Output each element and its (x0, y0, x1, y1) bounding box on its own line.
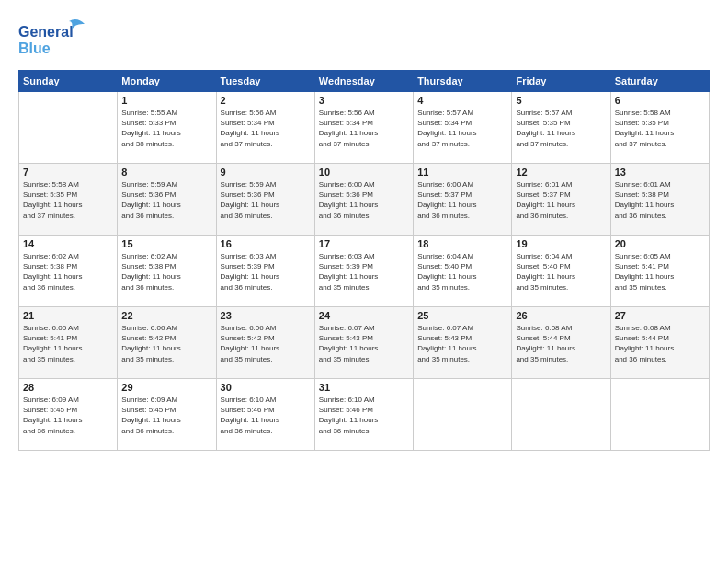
week-row-1: 1Sunrise: 5:55 AM Sunset: 5:33 PM Daylig… (19, 92, 710, 164)
calendar-cell: 19Sunrise: 6:04 AM Sunset: 5:40 PM Dayli… (512, 236, 610, 307)
day-number: 26 (516, 310, 606, 321)
calendar-cell: 1Sunrise: 5:55 AM Sunset: 5:33 PM Daylig… (118, 92, 216, 164)
calendar-cell: 6Sunrise: 5:58 AM Sunset: 5:35 PM Daylig… (610, 92, 709, 164)
day-number: 8 (121, 167, 211, 178)
weekday-header-friday: Friday (512, 71, 610, 92)
calendar-cell: 2Sunrise: 5:56 AM Sunset: 5:34 PM Daylig… (216, 92, 314, 164)
calendar-cell: 20Sunrise: 6:05 AM Sunset: 5:41 PM Dayli… (610, 236, 709, 307)
cell-content: Sunrise: 6:10 AM Sunset: 5:46 PM Dayligh… (319, 395, 409, 436)
calendar-cell: 28Sunrise: 6:09 AM Sunset: 5:45 PM Dayli… (19, 379, 118, 451)
calendar-cell: 13Sunrise: 6:01 AM Sunset: 5:38 PM Dayli… (610, 164, 709, 236)
weekday-header-tuesday: Tuesday (216, 71, 314, 92)
day-number: 20 (615, 238, 705, 249)
day-number: 13 (615, 167, 705, 178)
day-number: 2 (221, 95, 311, 106)
day-number: 14 (23, 238, 113, 249)
day-number: 28 (23, 382, 113, 393)
cell-content: Sunrise: 5:58 AM Sunset: 5:35 PM Dayligh… (615, 108, 705, 149)
day-number: 17 (319, 238, 409, 249)
cell-content: Sunrise: 5:59 AM Sunset: 5:36 PM Dayligh… (221, 179, 311, 221)
calendar-cell: 4Sunrise: 5:57 AM Sunset: 5:34 PM Daylig… (414, 92, 512, 164)
weekday-header-thursday: Thursday (414, 71, 512, 92)
week-row-4: 21Sunrise: 6:05 AM Sunset: 5:41 PM Dayli… (19, 307, 710, 379)
day-number: 12 (516, 167, 606, 178)
cell-content: Sunrise: 6:08 AM Sunset: 5:44 PM Dayligh… (615, 323, 705, 364)
calendar-cell: 15Sunrise: 6:02 AM Sunset: 5:38 PM Dayli… (118, 236, 216, 307)
cell-content: Sunrise: 5:57 AM Sunset: 5:35 PM Dayligh… (516, 108, 606, 149)
cell-content: Sunrise: 6:04 AM Sunset: 5:40 PM Dayligh… (516, 251, 606, 293)
day-number: 3 (319, 95, 409, 106)
cell-content: Sunrise: 6:05 AM Sunset: 5:41 PM Dayligh… (23, 323, 113, 364)
calendar-cell (19, 92, 118, 164)
day-number: 21 (23, 310, 113, 321)
cell-content: Sunrise: 6:01 AM Sunset: 5:38 PM Dayligh… (615, 179, 705, 221)
calendar-cell: 8Sunrise: 5:59 AM Sunset: 5:36 PM Daylig… (118, 164, 216, 236)
header: GeneralBlue (18, 17, 710, 63)
cell-content: Sunrise: 6:02 AM Sunset: 5:38 PM Dayligh… (121, 251, 211, 293)
calendar-cell: 23Sunrise: 6:06 AM Sunset: 5:42 PM Dayli… (216, 307, 314, 379)
cell-content: Sunrise: 5:56 AM Sunset: 5:34 PM Dayligh… (319, 108, 409, 149)
svg-text:Blue: Blue (18, 40, 51, 56)
week-row-5: 28Sunrise: 6:09 AM Sunset: 5:45 PM Dayli… (19, 379, 710, 451)
cell-content: Sunrise: 5:56 AM Sunset: 5:34 PM Dayligh… (221, 108, 311, 149)
calendar-cell: 5Sunrise: 5:57 AM Sunset: 5:35 PM Daylig… (512, 92, 610, 164)
cell-content: Sunrise: 6:01 AM Sunset: 5:37 PM Dayligh… (516, 179, 606, 221)
cell-content: Sunrise: 6:07 AM Sunset: 5:43 PM Dayligh… (319, 323, 409, 364)
calendar-cell: 3Sunrise: 5:56 AM Sunset: 5:34 PM Daylig… (314, 92, 413, 164)
cell-content: Sunrise: 6:08 AM Sunset: 5:44 PM Dayligh… (516, 323, 606, 364)
day-number: 5 (516, 95, 606, 106)
day-number: 25 (417, 310, 507, 321)
calendar-cell: 16Sunrise: 6:03 AM Sunset: 5:39 PM Dayli… (216, 236, 314, 307)
week-row-2: 7Sunrise: 5:58 AM Sunset: 5:35 PM Daylig… (19, 164, 710, 236)
day-number: 24 (319, 310, 409, 321)
day-number: 16 (221, 238, 311, 249)
cell-content: Sunrise: 5:55 AM Sunset: 5:33 PM Dayligh… (121, 108, 211, 149)
weekday-header-row: SundayMondayTuesdayWednesdayThursdayFrid… (19, 71, 710, 92)
day-number: 1 (121, 95, 211, 106)
cell-content: Sunrise: 6:09 AM Sunset: 5:45 PM Dayligh… (121, 395, 211, 436)
day-number: 18 (417, 238, 507, 249)
day-number: 4 (417, 95, 507, 106)
calendar-cell (610, 379, 709, 451)
calendar-cell: 30Sunrise: 6:10 AM Sunset: 5:46 PM Dayli… (216, 379, 314, 451)
weekday-header-sunday: Sunday (19, 71, 118, 92)
day-number: 10 (319, 167, 409, 178)
calendar-cell: 25Sunrise: 6:07 AM Sunset: 5:43 PM Dayli… (414, 307, 512, 379)
cell-content: Sunrise: 5:58 AM Sunset: 5:35 PM Dayligh… (23, 179, 113, 221)
page: GeneralBlue SundayMondayTuesdayWednesday… (0, 0, 728, 563)
calendar-cell: 17Sunrise: 6:03 AM Sunset: 5:39 PM Dayli… (314, 236, 413, 307)
calendar-cell: 11Sunrise: 6:00 AM Sunset: 5:37 PM Dayli… (414, 164, 512, 236)
calendar-cell: 27Sunrise: 6:08 AM Sunset: 5:44 PM Dayli… (610, 307, 709, 379)
calendar-cell: 10Sunrise: 6:00 AM Sunset: 5:36 PM Dayli… (314, 164, 413, 236)
logo-svg: GeneralBlue (18, 17, 92, 63)
day-number: 27 (615, 310, 705, 321)
cell-content: Sunrise: 5:59 AM Sunset: 5:36 PM Dayligh… (121, 179, 211, 221)
calendar-cell: 24Sunrise: 6:07 AM Sunset: 5:43 PM Dayli… (314, 307, 413, 379)
weekday-header-saturday: Saturday (610, 71, 709, 92)
day-number: 6 (615, 95, 705, 106)
cell-content: Sunrise: 6:03 AM Sunset: 5:39 PM Dayligh… (221, 251, 311, 293)
day-number: 22 (121, 310, 211, 321)
week-row-3: 14Sunrise: 6:02 AM Sunset: 5:38 PM Dayli… (19, 236, 710, 307)
day-number: 15 (121, 238, 211, 249)
calendar-cell: 21Sunrise: 6:05 AM Sunset: 5:41 PM Dayli… (19, 307, 118, 379)
calendar-cell (512, 379, 610, 451)
day-number: 31 (319, 382, 409, 393)
day-number: 23 (221, 310, 311, 321)
cell-content: Sunrise: 6:00 AM Sunset: 5:37 PM Dayligh… (417, 179, 507, 221)
cell-content: Sunrise: 6:04 AM Sunset: 5:40 PM Dayligh… (417, 251, 507, 293)
cell-content: Sunrise: 6:06 AM Sunset: 5:42 PM Dayligh… (121, 323, 211, 364)
calendar-cell: 7Sunrise: 5:58 AM Sunset: 5:35 PM Daylig… (19, 164, 118, 236)
cell-content: Sunrise: 5:57 AM Sunset: 5:34 PM Dayligh… (417, 108, 507, 149)
day-number: 29 (121, 382, 211, 393)
calendar-cell: 18Sunrise: 6:04 AM Sunset: 5:40 PM Dayli… (414, 236, 512, 307)
weekday-header-monday: Monday (118, 71, 216, 92)
cell-content: Sunrise: 6:07 AM Sunset: 5:43 PM Dayligh… (417, 323, 507, 364)
cell-content: Sunrise: 6:06 AM Sunset: 5:42 PM Dayligh… (221, 323, 311, 364)
weekday-header-wednesday: Wednesday (314, 71, 413, 92)
svg-text:General: General (18, 24, 74, 40)
calendar-cell (414, 379, 512, 451)
cell-content: Sunrise: 6:10 AM Sunset: 5:46 PM Dayligh… (221, 395, 311, 436)
cell-content: Sunrise: 6:00 AM Sunset: 5:36 PM Dayligh… (319, 179, 409, 221)
cell-content: Sunrise: 6:05 AM Sunset: 5:41 PM Dayligh… (615, 251, 705, 293)
